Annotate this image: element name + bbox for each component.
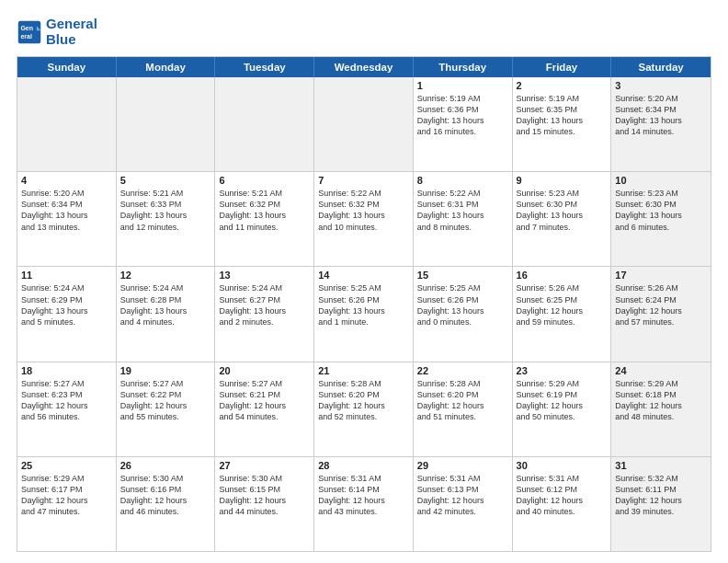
calendar-cell: 29Sunrise: 5:31 AMSunset: 6:13 PMDayligh… [414,457,513,551]
calendar-cell: 31Sunrise: 5:32 AMSunset: 6:11 PMDayligh… [611,457,711,551]
calendar-cell: 13Sunrise: 5:24 AMSunset: 6:27 PMDayligh… [215,267,314,361]
day-number: 5 [120,175,211,186]
calendar-cell: 24Sunrise: 5:29 AMSunset: 6:18 PMDayligh… [611,362,711,456]
cell-text: Sunrise: 5:31 AMSunset: 6:14 PMDaylight:… [318,473,409,518]
header: Gen eral General Blue [17,17,711,47]
day-number: 18 [21,365,112,376]
day-number: 2 [517,80,608,91]
logo-text: General Blue [46,17,97,47]
day-number: 7 [318,175,409,186]
cell-text: Sunrise: 5:31 AMSunset: 6:12 PMDaylight:… [517,473,608,518]
calendar-row: 1Sunrise: 5:19 AMSunset: 6:36 PMDaylight… [17,77,711,172]
cell-text: Sunrise: 5:21 AMSunset: 6:32 PMDaylight:… [219,188,310,233]
cell-text: Sunrise: 5:28 AMSunset: 6:20 PMDaylight:… [318,378,409,423]
cell-text: Sunrise: 5:27 AMSunset: 6:21 PMDaylight:… [219,378,310,423]
calendar-cell: 12Sunrise: 5:24 AMSunset: 6:28 PMDayligh… [117,267,216,361]
cell-text: Sunrise: 5:20 AMSunset: 6:34 PMDaylight:… [615,93,707,138]
day-number: 3 [615,80,707,91]
calendar-cell: 6Sunrise: 5:21 AMSunset: 6:32 PMDaylight… [215,172,314,266]
calendar-cell: 15Sunrise: 5:25 AMSunset: 6:26 PMDayligh… [414,267,513,361]
calendar-cell: 26Sunrise: 5:30 AMSunset: 6:16 PMDayligh… [117,457,216,551]
header-day-thursday: Thursday [414,57,513,77]
day-number: 13 [219,270,310,281]
calendar-cell: 17Sunrise: 5:26 AMSunset: 6:24 PMDayligh… [611,267,711,361]
day-number: 29 [417,460,508,471]
calendar-cell: 18Sunrise: 5:27 AMSunset: 6:23 PMDayligh… [17,362,117,456]
cell-text: Sunrise: 5:22 AMSunset: 6:32 PMDaylight:… [318,188,409,233]
day-number: 10 [615,175,707,186]
cell-text: Sunrise: 5:26 AMSunset: 6:25 PMDaylight:… [517,282,608,327]
page: Gen eral General Blue SundayMondayTuesda… [0,0,728,563]
day-number: 19 [120,365,211,376]
day-number: 24 [615,365,707,376]
calendar-cell: 14Sunrise: 5:25 AMSunset: 6:26 PMDayligh… [314,267,414,361]
header-day-saturday: Saturday [611,57,711,77]
calendar-cell [314,77,414,171]
day-number: 1 [417,80,508,91]
cell-text: Sunrise: 5:32 AMSunset: 6:11 PMDaylight:… [615,473,707,518]
cell-text: Sunrise: 5:26 AMSunset: 6:24 PMDaylight:… [615,282,707,327]
calendar-cell: 2Sunrise: 5:19 AMSunset: 6:35 PMDaylight… [513,77,612,171]
calendar-cell: 21Sunrise: 5:28 AMSunset: 6:20 PMDayligh… [314,362,414,456]
header-day-wednesday: Wednesday [314,57,414,77]
day-number: 4 [21,175,112,186]
calendar-cell: 16Sunrise: 5:26 AMSunset: 6:25 PMDayligh… [513,267,612,361]
day-number: 6 [219,175,310,186]
calendar-cell [117,77,216,171]
calendar-cell: 7Sunrise: 5:22 AMSunset: 6:32 PMDaylight… [314,172,414,266]
calendar-cell: 9Sunrise: 5:23 AMSunset: 6:30 PMDaylight… [513,172,612,266]
day-number: 25 [21,460,112,471]
calendar-cell: 27Sunrise: 5:30 AMSunset: 6:15 PMDayligh… [215,457,314,551]
calendar-cell [215,77,314,171]
calendar-cell: 10Sunrise: 5:23 AMSunset: 6:30 PMDayligh… [611,172,711,266]
day-number: 22 [417,365,508,376]
cell-text: Sunrise: 5:20 AMSunset: 6:34 PMDaylight:… [21,188,112,233]
day-number: 9 [517,175,608,186]
svg-text:Gen: Gen [20,25,33,31]
calendar-cell: 28Sunrise: 5:31 AMSunset: 6:14 PMDayligh… [314,457,414,551]
day-number: 16 [517,270,608,281]
calendar-row: 18Sunrise: 5:27 AMSunset: 6:23 PMDayligh… [17,362,711,457]
day-number: 15 [417,270,508,281]
cell-text: Sunrise: 5:24 AMSunset: 6:28 PMDaylight:… [120,282,211,327]
cell-text: Sunrise: 5:29 AMSunset: 6:17 PMDaylight:… [21,473,112,518]
cell-text: Sunrise: 5:29 AMSunset: 6:18 PMDaylight:… [615,378,707,423]
svg-text:eral: eral [20,33,32,40]
calendar-header: SundayMondayTuesdayWednesdayThursdayFrid… [17,57,711,77]
day-number: 26 [120,460,211,471]
calendar-cell: 11Sunrise: 5:24 AMSunset: 6:29 PMDayligh… [17,267,117,361]
day-number: 14 [318,270,409,281]
calendar-cell: 3Sunrise: 5:20 AMSunset: 6:34 PMDaylight… [611,77,711,171]
logo: Gen eral General Blue [17,17,97,47]
day-number: 27 [219,460,310,471]
calendar-cell: 8Sunrise: 5:22 AMSunset: 6:31 PMDaylight… [414,172,513,266]
day-number: 20 [219,365,310,376]
cell-text: Sunrise: 5:27 AMSunset: 6:22 PMDaylight:… [120,378,211,423]
calendar-cell: 23Sunrise: 5:29 AMSunset: 6:19 PMDayligh… [513,362,612,456]
calendar-cell: 19Sunrise: 5:27 AMSunset: 6:22 PMDayligh… [117,362,216,456]
calendar-body: 1Sunrise: 5:19 AMSunset: 6:36 PMDaylight… [17,77,711,551]
calendar: SundayMondayTuesdayWednesdayThursdayFrid… [17,56,711,552]
cell-text: Sunrise: 5:27 AMSunset: 6:23 PMDaylight:… [21,378,112,423]
calendar-row: 11Sunrise: 5:24 AMSunset: 6:29 PMDayligh… [17,267,711,362]
header-day-sunday: Sunday [17,57,117,77]
logo-icon: Gen eral [17,19,42,45]
calendar-cell: 20Sunrise: 5:27 AMSunset: 6:21 PMDayligh… [215,362,314,456]
header-day-friday: Friday [513,57,612,77]
cell-text: Sunrise: 5:29 AMSunset: 6:19 PMDaylight:… [517,378,608,423]
calendar-cell: 5Sunrise: 5:21 AMSunset: 6:33 PMDaylight… [117,172,216,266]
day-number: 11 [21,270,112,281]
cell-text: Sunrise: 5:25 AMSunset: 6:26 PMDaylight:… [417,282,508,327]
calendar-row: 4Sunrise: 5:20 AMSunset: 6:34 PMDaylight… [17,172,711,267]
calendar-cell: 1Sunrise: 5:19 AMSunset: 6:36 PMDaylight… [414,77,513,171]
cell-text: Sunrise: 5:21 AMSunset: 6:33 PMDaylight:… [120,188,211,233]
day-number: 17 [615,270,707,281]
cell-text: Sunrise: 5:30 AMSunset: 6:16 PMDaylight:… [120,473,211,518]
calendar-cell: 30Sunrise: 5:31 AMSunset: 6:12 PMDayligh… [513,457,612,551]
day-number: 23 [517,365,608,376]
day-number: 8 [417,175,508,186]
cell-text: Sunrise: 5:31 AMSunset: 6:13 PMDaylight:… [417,473,508,518]
cell-text: Sunrise: 5:22 AMSunset: 6:31 PMDaylight:… [417,188,508,233]
calendar-row: 25Sunrise: 5:29 AMSunset: 6:17 PMDayligh… [17,457,711,551]
calendar-cell: 4Sunrise: 5:20 AMSunset: 6:34 PMDaylight… [17,172,117,266]
